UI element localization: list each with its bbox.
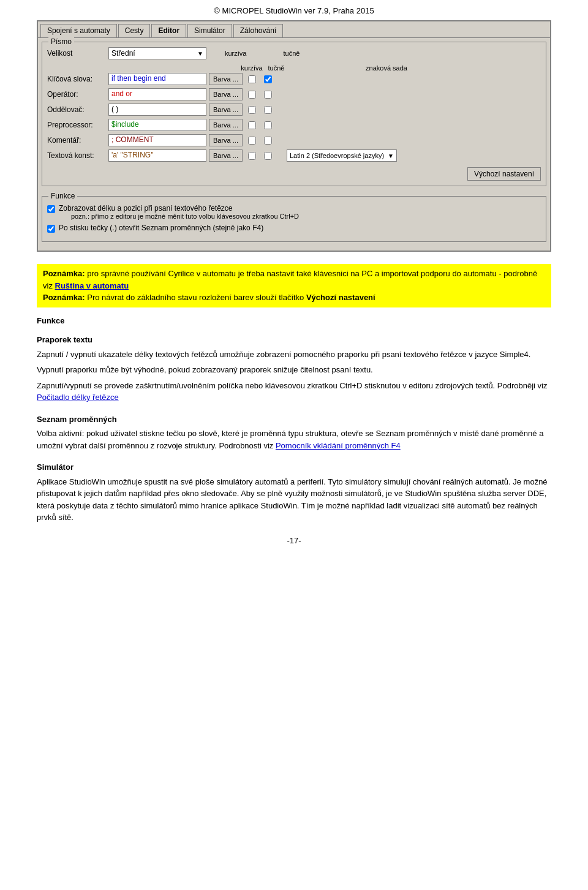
oddelovac-barva-btn[interactable]: Barva ... <box>209 104 243 116</box>
operator-kurziva-check[interactable] <box>246 91 258 99</box>
note2-bold2: Výchozí nastavení <box>306 293 375 302</box>
seznam-section: Seznam proměnných Volba aktivní: pokud u… <box>37 413 551 452</box>
textova-barva-btn[interactable]: Barva ... <box>209 149 243 162</box>
oddelovac-value: ( ) <box>108 104 206 116</box>
dialog-tabs: Spojení s automaty Cesty Editor Simuláto… <box>38 21 550 37</box>
praporek-heading: Praporek textu <box>37 334 551 346</box>
preprocessor-barva-btn[interactable]: Barva ... <box>209 119 243 131</box>
praporek-text1: Zapnutí / vypnutí ukazatele délky textov… <box>37 349 551 361</box>
velikost-row: Velikost Střední ▼ kurzíva tučně <box>47 47 541 59</box>
funkce-text-1: Po stisku tečky (.) otevřít Seznam promě… <box>59 224 263 232</box>
note2-text: Pro návrat do základního stavu rozložení… <box>85 293 306 302</box>
note1-link[interactable]: Ruština v automatu <box>55 281 129 290</box>
funkce-section-heading: Funkce <box>37 315 551 327</box>
operator-label: Operátor: <box>47 90 108 99</box>
dropdown-arrow-icon: ▼ <box>197 50 203 57</box>
preprocessor-label: Preprocessor: <box>47 121 108 129</box>
dialog-body: Písmo Velikost Střední ▼ kurzíva tučně <box>38 37 550 251</box>
simulator-text1: Aplikace StudioWin umožňuje spustit na s… <box>37 476 551 524</box>
vychozi-container: Výchozí nastavení <box>47 165 541 181</box>
tab-cesty[interactable]: Cesty <box>118 24 151 37</box>
klicovaslov-kurziva-check[interactable] <box>246 75 258 83</box>
note2-paragraph: Poznámka: Pro návrat do základního stavu… <box>43 292 545 304</box>
funkce-item-1: Po stisku tečky (.) otevřít Seznam promě… <box>47 224 541 233</box>
note-box: Poznámka: pro správné používání Cyrilice… <box>37 264 551 307</box>
row-operator: Operátor: and or Barva ... <box>47 88 541 100</box>
tab-spojeni[interactable]: Spojení s automaty <box>40 24 117 37</box>
operator-barva-btn[interactable]: Barva ... <box>209 88 243 100</box>
row-komentar: Komentář: ; COMMENT Barva ... <box>47 134 541 146</box>
seznam-text: Volba aktivní: pokud uživatel stiskne te… <box>37 428 551 451</box>
simulator-section: Simulátor Aplikace StudioWin umožňuje sp… <box>37 461 551 524</box>
funkce-group: Funkce Zobrazovat délku a pozici při psa… <box>42 196 546 242</box>
praporek-text3-content: Zapnutí/vypnutí se provede zaškrtnutím/u… <box>37 381 548 390</box>
textova-tucne-check[interactable] <box>262 152 274 160</box>
latin-dropdown[interactable]: Latin 2 (Středoevropské jazyky) ▼ <box>287 149 397 162</box>
praporek-link[interactable]: Počitadlo délky řetězce <box>37 393 119 402</box>
page-title: © MICROPEL StudioWin ver 7.9, Praha 2015 <box>0 0 588 20</box>
simulator-heading: Simulátor <box>37 461 551 473</box>
seznam-heading: Seznam proměnných <box>37 413 551 426</box>
oddelovac-label: Oddělovač: <box>47 105 108 114</box>
klicovaslov-label: Klíčová slova: <box>47 75 108 83</box>
klicovaslov-tucne-check[interactable] <box>262 75 274 83</box>
velikost-label: Velikost <box>47 49 108 58</box>
komentar-value: ; COMMENT <box>108 134 206 146</box>
dialog-window: Spojení s automaty Cesty Editor Simuláto… <box>37 20 551 252</box>
latin-value: Latin 2 (Středoevropské jazyky) <box>290 152 384 159</box>
row-preprocessor: Preprocessor: $include Barva ... <box>47 119 541 131</box>
funkce-check-0[interactable] <box>47 205 55 213</box>
col-kurziva: kurzíva <box>239 64 264 72</box>
col-znakova: znaková sada <box>350 64 423 72</box>
col-tucne: tučně <box>264 64 288 72</box>
tab-zalohovani[interactable]: Zálohování <box>233 24 283 37</box>
komentar-tucne-check[interactable] <box>262 137 274 145</box>
funkce-check-1[interactable] <box>47 225 55 233</box>
latin-dropdown-arrow-icon: ▼ <box>388 153 394 159</box>
funkce-subtext-0: pozn.: přímo z editoru je možné měnit tu… <box>59 213 299 220</box>
operator-tucne-check[interactable] <box>262 91 274 99</box>
row-klicovaslov: Klíčová slova: if then begin end Barva .… <box>47 73 541 85</box>
note1-paragraph: Poznámka: pro správné používání Cyrilice… <box>43 268 545 292</box>
tab-simulator[interactable]: Simulátor <box>187 24 232 37</box>
seznam-link[interactable]: Pomocník vkládání proměnných F4 <box>276 441 401 450</box>
funkce-text-0: Zobrazovat délku a pozici při psaní text… <box>59 204 299 213</box>
klicovaslov-barva-btn[interactable]: Barva ... <box>209 73 243 85</box>
tab-editor[interactable]: Editor <box>151 24 186 37</box>
preprocessor-value: $include <box>108 119 206 131</box>
textova-kurziva-check[interactable] <box>246 152 258 160</box>
operator-value: and or <box>108 88 206 100</box>
header-tucne: tučně <box>283 50 300 57</box>
row-oddelovac: Oddělovač: ( ) Barva ... <box>47 104 541 116</box>
komentar-kurziva-check[interactable] <box>246 137 258 145</box>
vychozi-btn[interactable]: Výchozí nastavení <box>467 167 541 181</box>
pismo-group: Písmo Velikost Střední ▼ kurzíva tučně <box>42 42 546 186</box>
preprocessor-kurziva-check[interactable] <box>246 121 258 129</box>
praporek-text3: Zapnutí/vypnutí se provede zaškrtnutím/u… <box>37 380 551 404</box>
note2-bold: Poznámka: <box>43 293 85 302</box>
header-kurziva: kurzíva <box>225 50 246 57</box>
note1-bold: Poznámka: <box>43 269 85 278</box>
komentar-label: Komentář: <box>47 136 108 145</box>
velikost-dropdown[interactable]: Střední ▼ <box>108 47 206 59</box>
funkce-item-0: Zobrazovat délku a pozici při psaní text… <box>47 204 541 220</box>
pismo-title: Písmo <box>48 37 74 46</box>
komentar-barva-btn[interactable]: Barva ... <box>209 134 243 146</box>
oddelovac-kurziva-check[interactable] <box>246 106 258 114</box>
funkce-title: Funkce <box>48 192 77 200</box>
oddelovac-tucne-check[interactable] <box>262 106 274 114</box>
page-number: -17- <box>37 536 551 545</box>
textova-value: 'a' "STRING" <box>108 149 206 162</box>
funkce-section: Funkce Praporek textu Zapnutí / vypnutí … <box>37 315 551 404</box>
row-textova: Textová konst: 'a' "STRING" Barva ... La… <box>47 149 541 162</box>
klicovaslov-value: if then begin end <box>108 73 206 85</box>
preprocessor-tucne-check[interactable] <box>262 121 274 129</box>
praporek-text2: Vypnutí praporku může být výhodné, pokud… <box>37 364 551 376</box>
textova-label: Textová konst: <box>47 151 108 160</box>
